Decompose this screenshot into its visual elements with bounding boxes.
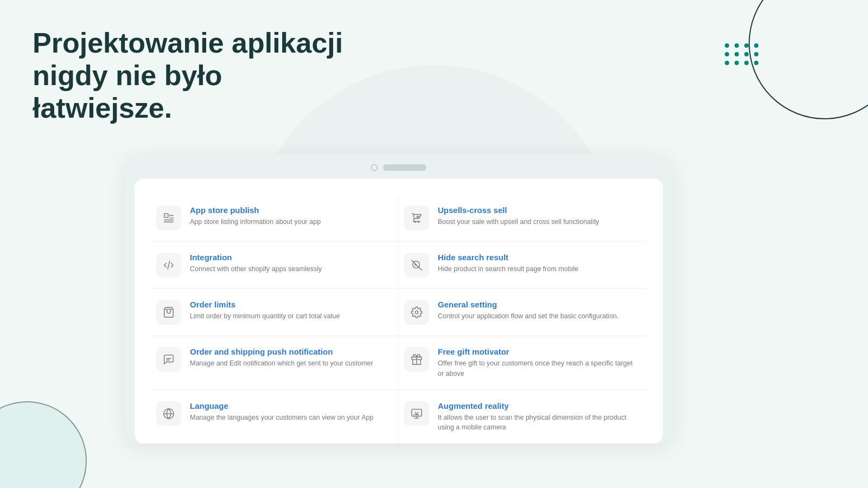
notification-icon-wrapper	[156, 347, 181, 372]
hide-search-text: Hide search result Hide product in searc…	[438, 253, 636, 274]
order-limits-text: Order limits Limit order by minimum quan…	[190, 300, 387, 322]
window-circle	[371, 164, 378, 171]
notification-icon	[163, 354, 175, 365]
upsells-cross-sell-desc: Boost your sale with upsell and cross se…	[438, 217, 636, 227]
language-icon-wrapper	[156, 401, 181, 426]
decorative-circle-bottom-left	[0, 401, 87, 488]
ar-icon-wrapper	[404, 401, 429, 426]
feature-free-gift[interactable]: Free gift motivator Offer free gift to y…	[399, 336, 647, 390]
free-gift-title: Free gift motivator	[438, 347, 636, 356]
hide-search-icon-wrapper	[404, 253, 429, 278]
ar-icon	[411, 408, 423, 420]
feature-language[interactable]: Language Manage the languages your custo…	[151, 390, 399, 444]
feature-integration[interactable]: Integration Connect with other shopify a…	[151, 242, 399, 289]
integration-text: Integration Connect with other shopify a…	[190, 253, 387, 274]
integration-title: Integration	[190, 253, 387, 262]
app-window: App store publish App store listing info…	[125, 155, 673, 444]
integration-desc: Connect with other shopify apps seamless…	[190, 264, 387, 274]
app-store-publish-title: App store publish	[190, 206, 387, 215]
feature-upsells-cross-sell[interactable]: Upsells-cross sell Boost your sale with …	[399, 195, 647, 242]
gift-icon	[411, 354, 423, 365]
feature-app-store-publish[interactable]: App store publish App store listing info…	[151, 195, 399, 242]
ar-title: Augmented reality	[438, 401, 636, 410]
inner-card: App store publish App store listing info…	[135, 178, 663, 444]
integration-icon-wrapper	[156, 253, 181, 278]
order-limits-title: Order limits	[190, 300, 387, 309]
window-bar	[135, 164, 663, 171]
feature-order-limits[interactable]: Order limits Limit order by minimum quan…	[151, 289, 399, 336]
language-icon	[163, 408, 175, 420]
general-setting-text: General setting Control your application…	[438, 300, 636, 322]
order-limits-icon-wrapper	[156, 300, 181, 325]
heading-line1: Projektowanie aplikacji nigdy nie było	[33, 27, 343, 91]
general-setting-title: General setting	[438, 300, 636, 309]
hide-search-desc: Hide product in search result page from …	[438, 264, 636, 274]
heading-line2: łatwiejsze.	[33, 92, 172, 124]
integration-icon	[163, 259, 175, 271]
settings-icon	[411, 306, 423, 318]
notification-desc: Manage and Edit notification which get s…	[190, 358, 387, 369]
hide-search-title: Hide search result	[438, 253, 636, 262]
feature-augmented-reality[interactable]: Augmented reality It allows the user to …	[399, 390, 647, 444]
general-setting-desc: Control your application flow and set th…	[438, 311, 636, 322]
feature-general-setting[interactable]: General setting Control your application…	[399, 289, 647, 336]
app-store-publish-desc: App store listing information about your…	[190, 217, 387, 227]
notification-text: Order and shipping push notification Man…	[190, 347, 387, 369]
feature-hide-search[interactable]: Hide search result Hide product in searc…	[399, 242, 647, 289]
free-gift-text: Free gift motivator Offer free gift to y…	[438, 347, 636, 379]
order-limits-desc: Limit order by minimum quantity or cart …	[190, 311, 387, 322]
notification-title: Order and shipping push notification	[190, 347, 387, 356]
main-heading: Projektowanie aplikacji nigdy nie było ł…	[33, 27, 412, 124]
upsells-cross-sell-title: Upsells-cross sell	[438, 206, 636, 215]
free-gift-desc: Offer free gift to your customers once t…	[438, 358, 636, 379]
upsells-cross-sell-text: Upsells-cross sell Boost your sale with …	[438, 206, 636, 227]
app-store-publish-icon-wrapper	[156, 206, 181, 230]
app-store-publish-text: App store publish App store listing info…	[190, 206, 387, 227]
language-text: Language Manage the languages your custo…	[190, 401, 387, 423]
order-limits-icon	[163, 306, 175, 318]
free-gift-icon-wrapper	[404, 347, 429, 372]
ar-desc: It allows the user to scan the physical …	[438, 413, 636, 433]
language-title: Language	[190, 401, 387, 410]
search-hide-icon	[411, 259, 423, 271]
decorative-circle-top-right	[749, 0, 868, 119]
dots-decoration	[725, 43, 760, 65]
general-setting-icon-wrapper	[404, 300, 429, 325]
feature-order-shipping-notification[interactable]: Order and shipping push notification Man…	[151, 336, 399, 390]
upsell-icon	[411, 212, 423, 224]
svg-point-2	[415, 311, 418, 314]
features-grid: App store publish App store listing info…	[151, 195, 647, 444]
language-desc: Manage the languages your customers can …	[190, 413, 387, 423]
upsells-cross-sell-icon-wrapper	[404, 206, 429, 230]
app-store-icon	[163, 212, 175, 224]
window-pill	[383, 164, 426, 171]
ar-text: Augmented reality It allows the user to …	[438, 401, 636, 433]
